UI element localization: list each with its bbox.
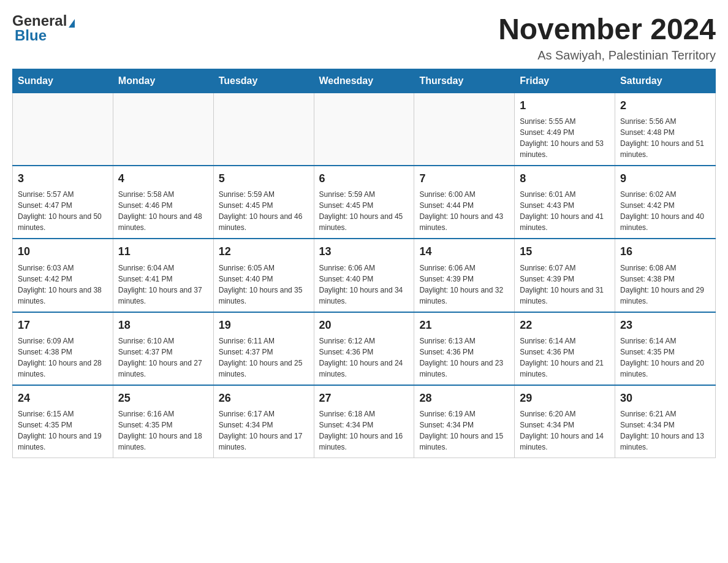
- calendar-day-cell: 10Sunrise: 6:03 AM Sunset: 4:42 PM Dayli…: [13, 239, 113, 312]
- day-info: Sunrise: 6:09 AM Sunset: 4:38 PM Dayligh…: [18, 335, 108, 380]
- day-info: Sunrise: 5:56 AM Sunset: 4:48 PM Dayligh…: [620, 116, 710, 160]
- calendar-day-cell: 6Sunrise: 5:59 AM Sunset: 4:45 PM Daylig…: [314, 166, 414, 239]
- calendar-day-cell: 20Sunrise: 6:12 AM Sunset: 4:36 PM Dayli…: [314, 312, 414, 385]
- day-number: 6: [319, 171, 409, 186]
- calendar-week-row: 3Sunrise: 5:57 AM Sunset: 4:47 PM Daylig…: [13, 166, 716, 239]
- day-number: 16: [620, 244, 710, 259]
- logo-triangle-icon: [69, 19, 75, 28]
- day-number: 24: [18, 391, 108, 406]
- calendar-week-row: 17Sunrise: 6:09 AM Sunset: 4:38 PM Dayli…: [13, 312, 716, 385]
- logo-blue-text: Blue: [12, 27, 47, 44]
- calendar-day-cell: 3Sunrise: 5:57 AM Sunset: 4:47 PM Daylig…: [13, 166, 113, 239]
- calendar-day-cell: 5Sunrise: 5:59 AM Sunset: 4:45 PM Daylig…: [213, 166, 314, 239]
- day-info: Sunrise: 6:01 AM Sunset: 4:43 PM Dayligh…: [520, 189, 610, 233]
- day-number: 8: [520, 171, 610, 186]
- title-area: November 2024 As Sawiyah, Palestinian Te…: [498, 12, 716, 63]
- calendar-day-cell: 15Sunrise: 6:07 AM Sunset: 4:39 PM Dayli…: [515, 239, 615, 312]
- calendar-day-cell: 9Sunrise: 6:02 AM Sunset: 4:42 PM Daylig…: [615, 166, 716, 239]
- day-number: 28: [419, 391, 509, 406]
- day-of-week-header: Saturday: [615, 69, 716, 93]
- calendar-day-cell: 30Sunrise: 6:21 AM Sunset: 4:34 PM Dayli…: [615, 385, 716, 458]
- day-info: Sunrise: 6:00 AM Sunset: 4:44 PM Dayligh…: [419, 189, 509, 233]
- day-info: Sunrise: 5:57 AM Sunset: 4:47 PM Dayligh…: [18, 189, 108, 233]
- calendar-day-cell: 29Sunrise: 6:20 AM Sunset: 4:34 PM Dayli…: [515, 385, 615, 458]
- calendar-day-cell: 27Sunrise: 6:18 AM Sunset: 4:34 PM Dayli…: [314, 385, 414, 458]
- day-info: Sunrise: 6:20 AM Sunset: 4:34 PM Dayligh…: [520, 408, 610, 453]
- day-info: Sunrise: 5:55 AM Sunset: 4:49 PM Dayligh…: [520, 116, 610, 160]
- day-info: Sunrise: 5:58 AM Sunset: 4:46 PM Dayligh…: [118, 189, 208, 233]
- calendar-week-row: 1Sunrise: 5:55 AM Sunset: 4:49 PM Daylig…: [13, 93, 716, 166]
- calendar-day-cell: [13, 93, 113, 166]
- day-of-week-header: Sunday: [13, 69, 113, 93]
- calendar-header-row: SundayMondayTuesdayWednesdayThursdayFrid…: [13, 69, 716, 93]
- calendar-week-row: 10Sunrise: 6:03 AM Sunset: 4:42 PM Dayli…: [13, 239, 716, 312]
- calendar-day-cell: 1Sunrise: 5:55 AM Sunset: 4:49 PM Daylig…: [515, 93, 615, 166]
- day-number: 9: [620, 171, 710, 186]
- calendar-day-cell: [113, 93, 213, 166]
- day-info: Sunrise: 6:04 AM Sunset: 4:41 PM Dayligh…: [118, 262, 208, 307]
- calendar-day-cell: 21Sunrise: 6:13 AM Sunset: 4:36 PM Dayli…: [414, 312, 515, 385]
- day-of-week-header: Friday: [515, 69, 615, 93]
- day-info: Sunrise: 6:21 AM Sunset: 4:34 PM Dayligh…: [620, 408, 710, 453]
- calendar-day-cell: 22Sunrise: 6:14 AM Sunset: 4:36 PM Dayli…: [515, 312, 615, 385]
- day-info: Sunrise: 6:08 AM Sunset: 4:38 PM Dayligh…: [620, 262, 710, 307]
- day-number: 2: [620, 98, 710, 113]
- day-number: 23: [620, 318, 710, 333]
- calendar-day-cell: 18Sunrise: 6:10 AM Sunset: 4:37 PM Dayli…: [113, 312, 213, 385]
- day-number: 25: [118, 391, 208, 406]
- day-of-week-header: Monday: [113, 69, 213, 93]
- calendar-day-cell: 14Sunrise: 6:06 AM Sunset: 4:39 PM Dayli…: [414, 239, 515, 312]
- day-number: 21: [419, 318, 509, 333]
- calendar-day-cell: 16Sunrise: 6:08 AM Sunset: 4:38 PM Dayli…: [615, 239, 716, 312]
- calendar-table: SundayMondayTuesdayWednesdayThursdayFrid…: [12, 69, 716, 458]
- day-number: 4: [118, 171, 208, 186]
- day-number: 3: [18, 171, 108, 186]
- day-info: Sunrise: 6:02 AM Sunset: 4:42 PM Dayligh…: [620, 189, 710, 233]
- calendar-day-cell: 13Sunrise: 6:06 AM Sunset: 4:40 PM Dayli…: [314, 239, 414, 312]
- month-title: November 2024: [498, 12, 716, 46]
- calendar-day-cell: 28Sunrise: 6:19 AM Sunset: 4:34 PM Dayli…: [414, 385, 515, 458]
- day-number: 10: [18, 244, 108, 259]
- calendar-day-cell: 12Sunrise: 6:05 AM Sunset: 4:40 PM Dayli…: [213, 239, 314, 312]
- day-info: Sunrise: 6:06 AM Sunset: 4:40 PM Dayligh…: [319, 262, 409, 307]
- day-of-week-header: Thursday: [414, 69, 515, 93]
- day-info: Sunrise: 5:59 AM Sunset: 4:45 PM Dayligh…: [319, 189, 409, 233]
- day-info: Sunrise: 6:07 AM Sunset: 4:39 PM Dayligh…: [520, 262, 610, 307]
- day-number: 12: [219, 244, 309, 259]
- day-info: Sunrise: 6:19 AM Sunset: 4:34 PM Dayligh…: [419, 408, 509, 453]
- calendar-day-cell: 7Sunrise: 6:00 AM Sunset: 4:44 PM Daylig…: [414, 166, 515, 239]
- day-number: 13: [319, 244, 409, 259]
- day-info: Sunrise: 6:05 AM Sunset: 4:40 PM Dayligh…: [219, 262, 309, 307]
- day-info: Sunrise: 6:13 AM Sunset: 4:36 PM Dayligh…: [419, 335, 509, 380]
- day-number: 7: [419, 171, 509, 186]
- day-info: Sunrise: 6:18 AM Sunset: 4:34 PM Dayligh…: [319, 408, 409, 453]
- day-number: 15: [520, 244, 610, 259]
- day-number: 29: [520, 391, 610, 406]
- calendar-day-cell: 26Sunrise: 6:17 AM Sunset: 4:34 PM Dayli…: [213, 385, 314, 458]
- day-info: Sunrise: 6:14 AM Sunset: 4:35 PM Dayligh…: [620, 335, 710, 380]
- day-info: Sunrise: 6:11 AM Sunset: 4:37 PM Dayligh…: [219, 335, 309, 380]
- day-info: Sunrise: 6:03 AM Sunset: 4:42 PM Dayligh…: [18, 262, 108, 307]
- calendar-day-cell: 23Sunrise: 6:14 AM Sunset: 4:35 PM Dayli…: [615, 312, 716, 385]
- calendar-day-cell: 19Sunrise: 6:11 AM Sunset: 4:37 PM Dayli…: [213, 312, 314, 385]
- calendar-day-cell: 2Sunrise: 5:56 AM Sunset: 4:48 PM Daylig…: [615, 93, 716, 166]
- calendar-day-cell: 8Sunrise: 6:01 AM Sunset: 4:43 PM Daylig…: [515, 166, 615, 239]
- day-number: 14: [419, 244, 509, 259]
- day-number: 22: [520, 318, 610, 333]
- calendar-day-cell: 4Sunrise: 5:58 AM Sunset: 4:46 PM Daylig…: [113, 166, 213, 239]
- day-number: 5: [219, 171, 309, 186]
- calendar-day-cell: 11Sunrise: 6:04 AM Sunset: 4:41 PM Dayli…: [113, 239, 213, 312]
- logo: General Blue: [12, 12, 75, 44]
- day-number: 1: [520, 98, 610, 113]
- calendar-day-cell: 24Sunrise: 6:15 AM Sunset: 4:35 PM Dayli…: [13, 385, 113, 458]
- day-number: 11: [118, 244, 208, 259]
- subtitle: As Sawiyah, Palestinian Territory: [498, 48, 716, 63]
- calendar-day-cell: 25Sunrise: 6:16 AM Sunset: 4:35 PM Dayli…: [113, 385, 213, 458]
- calendar-day-cell: [213, 93, 314, 166]
- day-number: 20: [319, 318, 409, 333]
- day-number: 26: [219, 391, 309, 406]
- day-info: Sunrise: 6:17 AM Sunset: 4:34 PM Dayligh…: [219, 408, 309, 453]
- day-info: Sunrise: 6:06 AM Sunset: 4:39 PM Dayligh…: [419, 262, 509, 307]
- calendar-day-cell: [314, 93, 414, 166]
- day-info: Sunrise: 6:14 AM Sunset: 4:36 PM Dayligh…: [520, 335, 610, 380]
